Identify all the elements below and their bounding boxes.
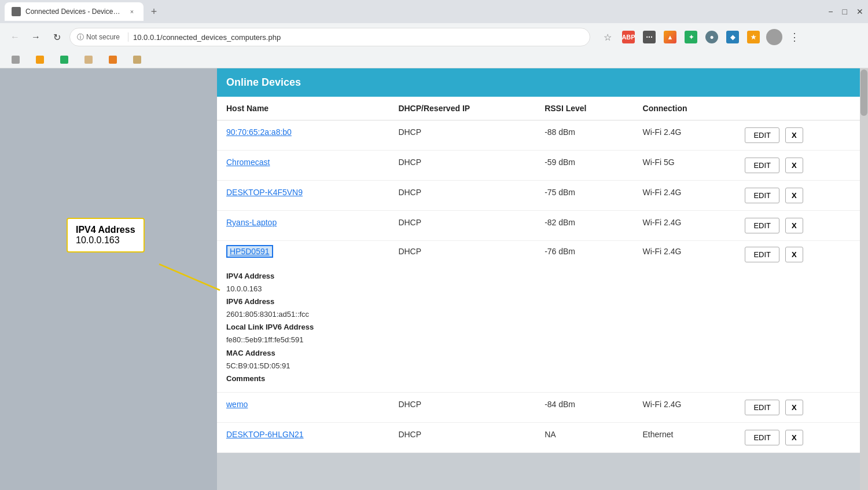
table-row: wemo DHCP -84 dBm Wi-Fi 2.4G EDIT X	[217, 392, 860, 422]
green-icon: ✦	[685, 31, 697, 43]
col-rssi: RSSI Level	[535, 97, 633, 120]
tab-close-button[interactable]: ×	[127, 7, 137, 16]
abp-icon: ABP	[622, 31, 635, 43]
browser-menu-button[interactable]: ⋮	[789, 31, 800, 43]
refresh-button[interactable]: ↻	[49, 29, 65, 45]
green-extension[interactable]: ✦	[683, 29, 699, 45]
new-tab-button[interactable]: +	[146, 3, 162, 20]
left-sidebar: IPV4 Address 10.0.0.163	[0, 68, 217, 490]
dhcp-7: DHCP	[389, 422, 535, 452]
device-link-6[interactable]: wemo	[226, 400, 248, 409]
svg-line-0	[159, 264, 220, 290]
rssi-1: -88 dBm	[535, 120, 633, 151]
ipv6-value: 2601:805:8301:ad51::fcc	[226, 308, 380, 321]
browser-tab[interactable]: Connected Devices - Devices - Yi * ×	[5, 2, 144, 21]
abp-extension[interactable]: ABP	[620, 29, 637, 45]
dhcp-5: DHCP	[389, 241, 535, 393]
tooltip-title: IPV4 Address	[76, 225, 135, 235]
scrollbar[interactable]	[860, 68, 868, 490]
table-row-hp: HP5D0591 IPV4 Address 10.0.0.163 IPV6 Ad…	[217, 241, 860, 393]
gray-icon: ●	[705, 31, 718, 43]
device-link-2[interactable]: Chromecast	[226, 158, 270, 167]
tab-favicon	[12, 7, 21, 16]
dhcp-1: DHCP	[389, 120, 535, 151]
conn-1: Wi-Fi 2.4G	[634, 120, 736, 151]
x-button-6[interactable]: X	[785, 400, 803, 415]
mac-value: 5C:B9:01:5D:05:91	[226, 360, 380, 372]
conn-5: Wi-Fi 2.4G	[634, 241, 736, 393]
edit-button-5[interactable]: EDIT	[745, 247, 779, 262]
star-button[interactable]: ☆	[599, 29, 616, 45]
local-link-label: Local Link IPV6 Address	[226, 321, 380, 334]
forward-button[interactable]: →	[28, 29, 44, 45]
bookmark-4-icon	[84, 56, 93, 64]
conn-3: Wi-Fi 2.4G	[634, 181, 736, 211]
profile-avatar[interactable]	[766, 29, 782, 45]
x-button-7[interactable]: X	[785, 430, 803, 445]
rssi-3: -75 dBm	[535, 181, 633, 211]
bookmark-2-icon	[36, 56, 44, 64]
edit-button-3[interactable]: EDIT	[745, 188, 779, 203]
dots-extension[interactable]: ···	[641, 29, 657, 45]
col-hostname: Host Name	[217, 97, 389, 120]
edit-button-1[interactable]: EDIT	[745, 127, 779, 143]
conn-4: Wi-Fi 2.4G	[634, 211, 736, 241]
col-actions	[735, 97, 860, 120]
gold-extension[interactable]: ★	[745, 29, 762, 45]
url-text: 10.0.0.1/connected_devices_computers.php	[133, 33, 281, 42]
bookmark-4[interactable]	[80, 54, 100, 65]
ipv4-value: 10.0.0.163	[226, 283, 380, 295]
device-link-3[interactable]: DESKTOP-K4F5VN9	[226, 188, 303, 197]
close-window-button[interactable]: ✕	[856, 7, 863, 16]
devices-table: Host Name DHCP/Reserved IP RSSI Level Co…	[217, 97, 860, 453]
blue-extension[interactable]: ◆	[724, 29, 741, 45]
back-button[interactable]: ←	[7, 29, 23, 45]
section-title: Online Devices	[226, 76, 301, 88]
x-button-2[interactable]: X	[785, 158, 803, 173]
col-dhcp: DHCP/Reserved IP	[389, 97, 535, 120]
edit-button-6[interactable]: EDIT	[745, 400, 779, 415]
scrollbar-thumb[interactable]	[860, 70, 867, 116]
col-connection: Connection	[634, 97, 736, 120]
mac-label: MAC Address	[226, 347, 380, 360]
tab-title: Connected Devices - Devices - Yi *	[25, 8, 123, 16]
rssi-2: -59 dBm	[535, 151, 633, 181]
not-secure-label: Not secure	[86, 33, 120, 41]
dhcp-3: DHCP	[389, 181, 535, 211]
device-link-1[interactable]: 90:70:65:2a:a8:b0	[226, 127, 292, 137]
table-row: 90:70:65:2a:a8:b0 DHCP -88 dBm Wi-Fi 2.4…	[217, 120, 860, 151]
gray-extension[interactable]: ●	[704, 29, 720, 45]
online-devices-container: Online Devices Host Name DHCP/Reserved I…	[217, 68, 860, 453]
rssi-5: -76 dBm	[535, 241, 633, 393]
x-button-4[interactable]: X	[785, 218, 803, 233]
x-button-5[interactable]: X	[785, 247, 803, 262]
x-button-1[interactable]: X	[785, 127, 803, 143]
comments-label: Comments	[226, 372, 380, 385]
table-row: Chromecast DHCP -59 dBm Wi-Fi 5G EDIT X	[217, 151, 860, 181]
address-bar[interactable]: ⓘ Not secure 10.0.0.1/connected_devices_…	[69, 28, 590, 46]
dhcp-4: DHCP	[389, 211, 535, 241]
ipv4-tooltip: IPV4 Address 10.0.0.163	[67, 218, 145, 253]
bookmark-3-icon	[60, 56, 68, 64]
bookmark-2[interactable]	[31, 54, 51, 65]
gold-icon: ★	[747, 31, 760, 43]
bookmark-3[interactable]	[56, 54, 75, 65]
rainbow-extension[interactable]: ▲	[662, 29, 678, 45]
bookmark-6[interactable]	[128, 54, 148, 65]
maximize-button[interactable]: □	[843, 7, 847, 16]
ipv6-label: IPV6 Address	[226, 295, 380, 308]
edit-button-7[interactable]: EDIT	[745, 430, 779, 445]
edit-button-4[interactable]: EDIT	[745, 218, 779, 233]
device-link-5[interactable]: HP5D0591	[226, 245, 273, 258]
x-button-3[interactable]: X	[785, 188, 803, 203]
right-panel: Online Devices Host Name DHCP/Reserved I…	[217, 68, 860, 490]
bookmarks-bar	[0, 51, 868, 68]
bookmark-1[interactable]	[7, 54, 27, 65]
bookmark-5[interactable]	[104, 54, 124, 65]
minimize-button[interactable]: −	[828, 7, 833, 16]
device-link-7[interactable]: DESKTOP-6HLGN21	[226, 430, 304, 439]
bookmark-6-icon	[133, 56, 141, 64]
conn-7: Ethernet	[634, 422, 736, 452]
device-link-4[interactable]: Ryans-Laptop	[226, 218, 277, 227]
edit-button-2[interactable]: EDIT	[745, 158, 779, 173]
